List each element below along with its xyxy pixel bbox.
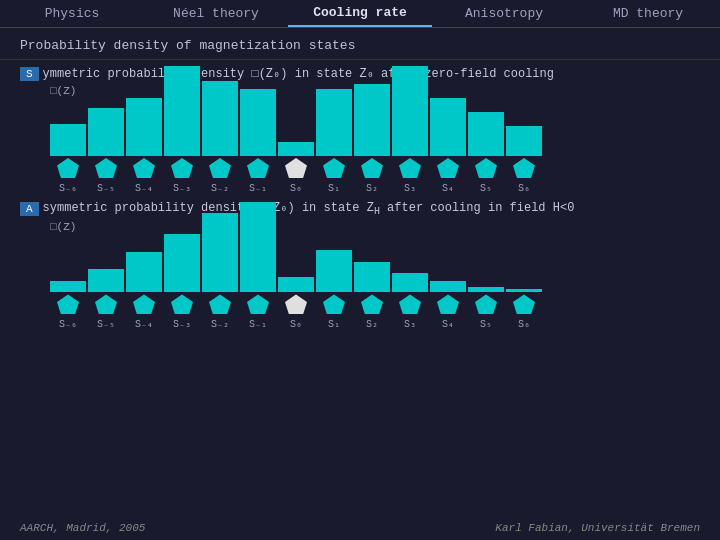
bar-group: S₆ <box>506 60 542 194</box>
bar <box>316 89 352 156</box>
pentagon-icon <box>88 157 124 179</box>
bar <box>50 124 86 156</box>
bar <box>50 281 86 292</box>
bar-label: S₁ <box>316 182 352 194</box>
pentagon-icon <box>164 293 200 315</box>
bar-group: S₁ <box>316 196 352 330</box>
bar-group: S₋₆ <box>50 60 86 194</box>
bar-group: S₋₅ <box>88 60 124 194</box>
bar-group: S₃ <box>392 196 428 330</box>
bar-group: S₃ <box>392 60 428 194</box>
pentagon-icon <box>392 293 428 315</box>
pentagon-icon <box>506 293 542 315</box>
bar-label: S₋₄ <box>126 182 162 194</box>
pentagon-icon <box>506 157 542 179</box>
bar-group: S₄ <box>430 60 466 194</box>
bar-label: S₋₂ <box>202 318 238 330</box>
nav-item-cooling-rate[interactable]: Cooling rate <box>288 0 432 27</box>
page-title: Probability density of magnetization sta… <box>0 28 720 60</box>
nav-item-physics[interactable]: Physics <box>0 0 144 27</box>
bar-group: S₋₄ <box>126 196 162 330</box>
bar-group: S₋₅ <box>88 196 124 330</box>
pentagon-icon <box>468 157 504 179</box>
bar-label: S₋₅ <box>88 182 124 194</box>
bar <box>164 66 200 156</box>
nav-item-neel-theory[interactable]: Néel theory <box>144 0 288 27</box>
bar-label: S₀ <box>278 182 314 194</box>
bar-label: S₀ <box>278 318 314 330</box>
bar-group: S₅ <box>468 60 504 194</box>
chart1-area: □(Z) S₋₆S₋₅S₋₄S₋₃S₋₂S₋₁S₀S₁S₂S₃S₄S₅S₆ <box>0 81 720 194</box>
bar <box>240 202 276 292</box>
bar <box>506 126 542 156</box>
bar-group: S₅ <box>468 196 504 330</box>
bar-label: S₋₅ <box>88 318 124 330</box>
pentagon-icon <box>50 293 86 315</box>
bar-label: S₋₃ <box>164 318 200 330</box>
bar <box>164 234 200 292</box>
top-navigation: PhysicsNéel theoryCooling rateAnisotropy… <box>0 0 720 28</box>
bar <box>88 108 124 156</box>
footer-left: AARCH, Madrid, 2005 <box>20 522 145 534</box>
bar <box>468 287 504 292</box>
pentagon-icon <box>430 293 466 315</box>
bar-label: S₄ <box>430 182 466 194</box>
bar <box>278 277 314 292</box>
bar-label: S₋₆ <box>50 318 86 330</box>
bar <box>202 213 238 292</box>
pentagon-icon <box>278 157 314 179</box>
bar-group: S₁ <box>316 60 352 194</box>
bar-group: S₂ <box>354 196 390 330</box>
pentagon-icon <box>430 157 466 179</box>
bar <box>430 281 466 292</box>
bar-label: S₋₁ <box>240 182 276 194</box>
bar <box>354 262 390 292</box>
bar-label: S₂ <box>354 318 390 330</box>
nav-item-anisotropy[interactable]: Anisotropy <box>432 0 576 27</box>
pentagon-icon <box>164 157 200 179</box>
bar-group: S₋₄ <box>126 60 162 194</box>
bar-label: S₃ <box>392 318 428 330</box>
bar <box>354 84 390 156</box>
bar-group: S₋₂ <box>202 196 238 330</box>
chart1-bars: S₋₆S₋₅S₋₄S₋₃S₋₂S₋₁S₀S₁S₂S₃S₄S₅S₆ <box>20 99 700 194</box>
pentagon-icon <box>468 293 504 315</box>
page-title-text: Probability density of magnetization sta… <box>20 38 355 53</box>
pentagon-icon <box>316 157 352 179</box>
section1-badge: S <box>20 67 39 81</box>
bar-label: S₅ <box>468 182 504 194</box>
bar-label: S₋₁ <box>240 318 276 330</box>
pentagon-icon <box>126 293 162 315</box>
bar-group: S₂ <box>354 60 390 194</box>
bar-group: S₆ <box>506 196 542 330</box>
bar <box>392 273 428 292</box>
pentagon-icon <box>202 293 238 315</box>
pentagon-icon <box>202 157 238 179</box>
pentagon-icon <box>240 157 276 179</box>
bar <box>278 142 314 156</box>
bar-group: S₋₃ <box>164 60 200 194</box>
pentagon-icon <box>50 157 86 179</box>
nav-item-md-theory[interactable]: MD theory <box>576 0 720 27</box>
pentagon-icon <box>354 293 390 315</box>
bar-group: S₋₁ <box>240 60 276 194</box>
bar-label: S₅ <box>468 318 504 330</box>
bar-group: S₋₁ <box>240 196 276 330</box>
bar-group: S₀ <box>278 196 314 330</box>
bar-group: S₋₃ <box>164 196 200 330</box>
bar-label: S₂ <box>354 182 390 194</box>
bar-label: S₃ <box>392 182 428 194</box>
pentagon-icon <box>316 293 352 315</box>
bar <box>468 112 504 156</box>
pentagon-icon <box>126 157 162 179</box>
pentagon-icon <box>354 157 390 179</box>
bar <box>430 98 466 156</box>
bar-label: S₋₆ <box>50 182 86 194</box>
pentagon-icon <box>278 293 314 315</box>
footer-right: Karl Fabian, Universität Bremen <box>495 522 700 534</box>
bar <box>316 250 352 292</box>
bar-label: S₆ <box>506 318 542 330</box>
bar-label: S₋₃ <box>164 182 200 194</box>
pentagon-icon <box>240 293 276 315</box>
bar-label: S₋₄ <box>126 318 162 330</box>
